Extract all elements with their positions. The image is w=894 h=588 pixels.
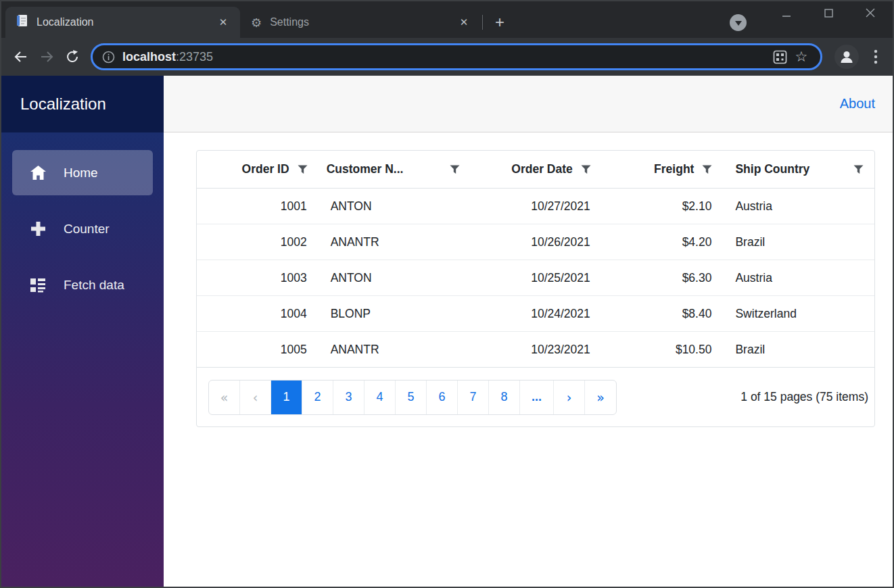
cell-ship-country: Brazil [722, 224, 874, 260]
cell-freight: $10.50 [601, 332, 722, 367]
chevron-down-icon [735, 21, 742, 26]
tab-search-button[interactable] [730, 14, 747, 31]
sidebar-item-home[interactable]: Home [12, 150, 153, 195]
cell-freight: $6.30 [601, 260, 722, 295]
browser-toolbar: localhost:23735 ☆ [1, 38, 893, 76]
table-row[interactable]: 1002 ANANTR 10/26/2021 $4.20 Brazil [197, 224, 874, 260]
cell-order-id: 1003 [197, 260, 317, 295]
about-link[interactable]: About [840, 96, 875, 112]
pager-page-button[interactable]: 6 [427, 381, 458, 414]
address-bar[interactable]: localhost:23735 ☆ [91, 43, 822, 70]
sidebar-item-label: Counter [64, 222, 110, 237]
content: Order ID Customer N... Order Date F [164, 132, 893, 587]
sidebar-item-fetch-data[interactable]: Fetch data [12, 262, 153, 308]
pager-page-button[interactable]: 5 [396, 381, 427, 414]
pager-page-button[interactable]: 7 [458, 381, 489, 414]
cell-customer: ANANTR [317, 224, 475, 260]
cell-freight: $8.40 [601, 296, 722, 331]
cell-customer: BLONP [317, 296, 475, 331]
top-row: About [164, 76, 893, 132]
column-header-ship-country[interactable]: Ship Country [722, 151, 874, 188]
tab-localization[interactable]: Localization ✕ [5, 7, 240, 38]
column-title: Order ID [242, 162, 289, 176]
cell-freight: $2.10 [601, 189, 722, 224]
cell-freight: $4.20 [601, 224, 722, 260]
pager-info: 1 of 15 pages (75 items) [740, 390, 868, 404]
brand-row: Localization [1, 76, 164, 132]
pager-ellipsis-button[interactable]: ... [520, 381, 554, 414]
url-port: :23735 [176, 50, 213, 64]
pager-first-button[interactable]: « [209, 381, 240, 414]
main-area: About Order ID Customer N... [164, 76, 893, 587]
filter-icon[interactable] [702, 165, 712, 174]
minimize-button[interactable] [766, 3, 807, 23]
site-info-icon[interactable] [99, 48, 117, 66]
sidebar-item-label: Fetch data [64, 278, 124, 293]
tab-close-icon[interactable]: ✕ [456, 15, 471, 30]
browser-window: Localization ✕ ⚙ Settings ✕ + [0, 0, 894, 588]
tab-close-icon[interactable]: ✕ [216, 15, 231, 30]
column-title: Freight [654, 162, 694, 176]
cell-order-date: 10/25/2021 [475, 260, 601, 295]
pager: « ‹ 1 2 3 4 5 6 7 8 ... › » [208, 380, 617, 415]
tab-settings[interactable]: ⚙ Settings ✕ [240, 7, 481, 38]
url-host: localhost [122, 50, 176, 64]
cell-ship-country: Switzerland [722, 296, 874, 331]
cell-customer: ANANTR [317, 332, 475, 367]
close-window-button[interactable] [849, 3, 891, 23]
pager-page-button[interactable]: 2 [302, 381, 333, 414]
list-icon [28, 278, 47, 293]
column-header-order-id[interactable]: Order ID [197, 151, 317, 188]
url-text[interactable]: localhost:23735 [122, 50, 769, 64]
grid-pager-row: « ‹ 1 2 3 4 5 6 7 8 ... › » [197, 367, 874, 426]
cell-order-date: 10/27/2021 [475, 189, 601, 224]
column-title: Customer N... [327, 162, 404, 176]
forward-button[interactable] [34, 44, 60, 70]
cell-customer: ANTON [317, 260, 475, 295]
table-row[interactable]: 1001 ANTON 10/27/2021 $2.10 Austria [197, 188, 874, 224]
cell-order-id: 1002 [197, 224, 317, 260]
qr-code-icon[interactable] [769, 46, 791, 68]
tab-strip: Localization ✕ ⚙ Settings ✕ + [1, 1, 893, 38]
tab-title: Localization [37, 16, 216, 28]
table-row[interactable]: 1004 BLONP 10/24/2021 $8.40 Switzerland [197, 295, 874, 331]
cell-order-id: 1004 [197, 296, 317, 331]
column-header-customer-name[interactable]: Customer N... [317, 151, 475, 188]
nav-menu: Home Counter Fetch data [1, 132, 164, 587]
table-row[interactable]: 1005 ANANTR 10/23/2021 $10.50 Brazil [197, 331, 874, 367]
browser-menu-icon[interactable] [864, 45, 887, 68]
cell-order-date: 10/23/2021 [475, 332, 601, 367]
profile-avatar[interactable] [834, 45, 859, 69]
pager-last-button[interactable]: » [585, 381, 616, 414]
window-controls [766, 3, 891, 23]
filter-icon[interactable] [298, 165, 308, 174]
pager-page-button[interactable]: 1 [271, 381, 302, 414]
orders-grid: Order ID Customer N... Order Date F [196, 150, 875, 427]
cell-order-id: 1005 [197, 332, 317, 367]
cell-ship-country: Austria [722, 260, 874, 295]
bookmark-star-icon[interactable]: ☆ [791, 46, 812, 68]
filter-icon[interactable] [581, 165, 591, 174]
maximize-button[interactable] [807, 3, 849, 23]
pager-page-button[interactable]: 3 [333, 381, 364, 414]
sidebar-item-label: Home [64, 166, 98, 180]
column-title: Order Date [511, 162, 572, 176]
column-title: Ship Country [735, 162, 809, 176]
home-icon [28, 165, 47, 180]
filter-icon[interactable] [853, 165, 864, 174]
pager-page-button[interactable]: 4 [364, 381, 396, 414]
pager-next-button[interactable]: › [554, 381, 585, 414]
grid-header-row: Order ID Customer N... Order Date F [197, 151, 874, 188]
back-button[interactable] [8, 44, 34, 70]
filter-icon[interactable] [450, 165, 460, 174]
pager-page-button[interactable]: 8 [489, 381, 520, 414]
column-header-order-date[interactable]: Order Date [475, 151, 601, 188]
column-header-freight[interactable]: Freight [601, 151, 722, 188]
reload-button[interactable] [60, 44, 85, 70]
pager-prev-button[interactable]: ‹ [240, 381, 271, 414]
sidebar-item-counter[interactable]: Counter [12, 206, 153, 251]
table-row[interactable]: 1003 ANTON 10/25/2021 $6.30 Austria [197, 260, 874, 295]
new-tab-button[interactable]: + [488, 11, 511, 34]
app-title: Localization [20, 95, 106, 114]
cell-ship-country: Brazil [722, 332, 874, 367]
